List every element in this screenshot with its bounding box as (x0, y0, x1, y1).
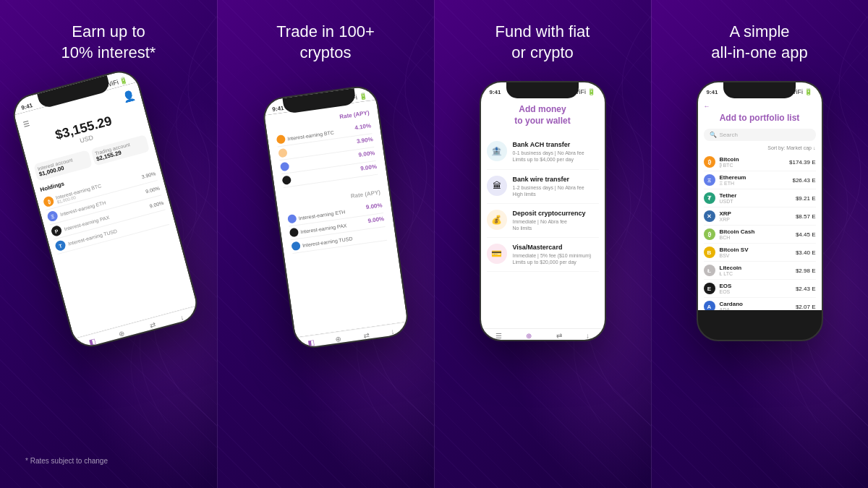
panel-portfolio: A simple all-in-one app 9:41 ▪▪▪ WiFi 🔋 … (651, 0, 868, 488)
wire-icon: 🏛 (487, 176, 507, 196)
nav-portfolio-2[interactable]: ◧Portfolio (303, 338, 320, 351)
panel-fund: Fund with fiat or crypto 9:41 ▪▪▪ WiFi 🔋… (434, 0, 651, 488)
ach-title: Bank ACH transfer (513, 141, 584, 148)
bch-icon: ₿ (704, 228, 715, 240)
nav-exchange-2[interactable]: ⇄Exchange (356, 330, 377, 346)
search-placeholder: Search (720, 132, 738, 138)
nav-list[interactable]: ☰ (495, 332, 502, 340)
fund-screen-title: Add money to your wallet (487, 104, 599, 127)
panel-earn: Earn up to 10% interest* 9:41 ▪▪▪WiFi🔋 ☰… (0, 0, 217, 488)
sort-control[interactable]: Sort by: Market cap ↓ (704, 145, 816, 150)
crypto-tether[interactable]: ₮ Tether USDT $9.21 E (704, 189, 816, 207)
ach-desc: 0-1 business days | No Abra fee Limits u… (513, 150, 584, 163)
crypto-eos[interactable]: E EOS EOS $2.43 E (704, 280, 816, 298)
panel-portfolio-title: A simple all-in-one app (711, 22, 807, 63)
crypto-bitcoin[interactable]: ₿ Bitcoin ₿ BTC $174.39 E (704, 153, 816, 171)
eos-icon: E (704, 283, 715, 294)
fund-option-card[interactable]: 💳 Visa/Mastercard Immediate | 5% fee ($1… (487, 238, 599, 272)
back-button[interactable]: ← (704, 103, 816, 110)
status-time-4: 9:41 (707, 89, 718, 95)
nav-welcome-2[interactable]: ↓Welcome (383, 326, 403, 342)
portfolio-search[interactable]: 🔍 Search (704, 129, 816, 141)
panel-trade-title: Trade in 100+ cryptos (276, 22, 375, 63)
ada-icon: A (704, 301, 715, 310)
crypto-bsv[interactable]: B Bitcoin SV BSV $3.40 E (704, 244, 816, 262)
status-time-2: 9:41 (272, 105, 284, 113)
crypto-ethereum[interactable]: Ξ Ethereum Ξ ETH $26.43 E (704, 171, 816, 189)
nav-add-money[interactable]: ⊕ Add/Money (110, 327, 135, 346)
footnote: * Rates subject to change (25, 457, 108, 465)
fund-option-ach[interactable]: 🏦 Bank ACH transfer 0-1 business days | … (487, 135, 599, 169)
nav-ex[interactable]: ⇄ (556, 332, 562, 340)
crypto-ltc[interactable]: Ł Litecoin Ł LTC $2.98 E (704, 262, 816, 280)
crypto-bch[interactable]: ₿ Bitcoin Cash BCH $4.45 E (704, 226, 816, 244)
phone-earn: 9:41 ▪▪▪WiFi🔋 ☰ 👤 $3,155.29 USD (9, 67, 202, 351)
status-time-3: 9:41 (490, 89, 501, 95)
crypto-desc: Immediate | No Abra fee No limits (513, 218, 586, 231)
panel-fund-title: Fund with fiat or crypto (495, 22, 590, 63)
nav-exchange[interactable]: ⇄ Exchange (142, 319, 165, 337)
btc-icon: ₿ (704, 156, 715, 168)
nav-add-money-2[interactable]: ⊕Add/Money (326, 334, 350, 351)
bottom-nav-fund: ☰ ⊕ ⇄ ↓ (481, 328, 605, 341)
panel-trade: Trade in 100+ cryptos 9:41 ▪▪▪ WiFi 🔋 Ra… (217, 0, 434, 488)
wire-title: Bank wire transfer (513, 176, 584, 183)
eth-icon: Ξ (704, 174, 715, 186)
crypto-title: Deposit cryptocurrency (513, 210, 586, 217)
portfolio-screen-title: Add to portfolio list (704, 113, 816, 123)
search-icon: 🔍 (710, 132, 717, 138)
nav-add[interactable]: ⊕ (526, 332, 532, 340)
nav-dl[interactable]: ↓ (586, 332, 590, 340)
usdt-icon: ₮ (704, 192, 715, 204)
ltc-icon: Ł (704, 265, 715, 276)
card-title: Visa/Mastercard (513, 244, 592, 251)
panel-earn-title: Earn up to 10% interest* (61, 22, 156, 63)
menu-icon[interactable]: ☰ (22, 119, 30, 129)
nav-welcome[interactable]: ↓ Welcome (172, 312, 193, 330)
phone-fund: 9:41 ▪▪▪ WiFi 🔋 Add money to your wallet… (480, 81, 606, 341)
xrp-icon: ✕ (704, 210, 715, 222)
phone-portfolio: 9:41 ▪▪▪ WiFi 🔋 ← Add to portfolio list … (697, 81, 823, 341)
fund-option-crypto[interactable]: 💰 Deposit cryptocurrency Immediate | No … (487, 204, 599, 238)
crypto-xrp[interactable]: ✕ XRP XRP $8.57 E (704, 207, 816, 226)
card-desc: Immediate | 5% fee ($10 minimum) Limits … (513, 252, 592, 265)
crypto-icon: 💰 (487, 210, 507, 230)
nav-portfolio[interactable]: ◧ Portfolio (83, 335, 102, 351)
bsv-icon: B (704, 247, 715, 258)
ach-icon: 🏦 (487, 141, 507, 161)
fund-option-wire[interactable]: 🏛 Bank wire transfer 1-2 business days |… (487, 170, 599, 204)
crypto-ada[interactable]: A Cardano ADA $2.07 E (704, 298, 816, 310)
wire-desc: 1-2 business days | No Abra fee High lim… (513, 184, 584, 197)
phone-trade: 9:41 ▪▪▪ WiFi 🔋 Rate (APY) Interest-earn… (261, 84, 411, 351)
card-icon: 💳 (487, 244, 507, 264)
